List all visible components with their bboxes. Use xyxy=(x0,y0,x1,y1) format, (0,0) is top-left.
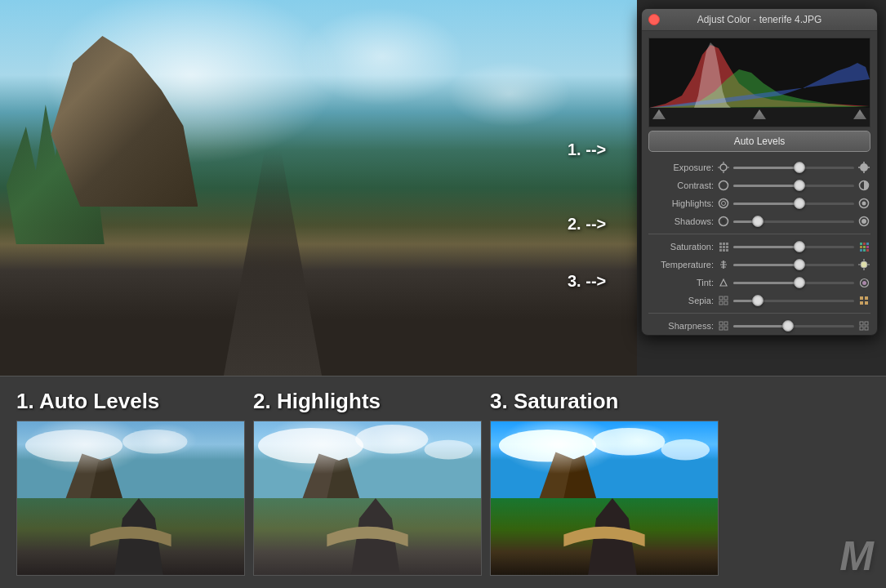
shadows-min-icon xyxy=(717,215,730,228)
saturation-thumb[interactable] xyxy=(794,241,805,252)
svg-rect-26 xyxy=(726,246,728,248)
contrast-max-icon xyxy=(857,179,870,192)
svg-rect-52 xyxy=(719,301,723,305)
histogram-canvas xyxy=(649,38,870,108)
svg-rect-29 xyxy=(726,249,728,252)
highlights-thumb[interactable] xyxy=(794,198,805,209)
saturation-track[interactable] xyxy=(733,246,854,248)
svg-rect-50 xyxy=(719,296,723,300)
thumbnail-2-image xyxy=(253,421,482,576)
sepia-track[interactable] xyxy=(733,300,854,302)
annotation-2: 2. --> xyxy=(568,215,606,234)
svg-point-71 xyxy=(258,428,363,464)
histogram-area xyxy=(648,38,870,127)
svg-rect-38 xyxy=(866,249,869,252)
temperature-thumb[interactable] xyxy=(794,259,805,270)
svg-rect-55 xyxy=(865,296,868,300)
svg-rect-74 xyxy=(254,498,481,575)
svg-point-77 xyxy=(592,428,665,456)
highlights-label: Highlights: xyxy=(648,198,714,208)
svg-rect-33 xyxy=(860,246,862,248)
svg-point-1 xyxy=(720,164,727,171)
sharpness-thumb[interactable] xyxy=(782,320,794,332)
histogram-mid-point[interactable] xyxy=(753,109,766,119)
svg-rect-28 xyxy=(723,249,725,252)
main-photo xyxy=(0,0,637,376)
temperature-track[interactable] xyxy=(733,264,854,266)
thumbnail-3-label: 3. Saturation xyxy=(490,389,618,414)
tint-min-icon xyxy=(717,276,730,289)
svg-rect-64 xyxy=(860,327,863,330)
sepia-max-icon xyxy=(857,294,870,307)
shadows-max-icon xyxy=(857,215,870,228)
road-overlay xyxy=(191,150,354,376)
adjust-color-panel: Adjust Color - tenerife 4.JPG A xyxy=(641,8,878,336)
highlights-track[interactable] xyxy=(733,203,854,205)
svg-rect-22 xyxy=(723,243,725,245)
exposure-min-icon xyxy=(717,161,730,174)
close-button[interactable] xyxy=(648,14,660,25)
svg-rect-58 xyxy=(719,322,723,325)
exposure-row: Exposure: xyxy=(642,158,877,176)
svg-rect-59 xyxy=(724,322,728,325)
tint-thumb[interactable] xyxy=(794,277,805,288)
svg-rect-34 xyxy=(863,246,866,248)
auto-levels-button[interactable]: Auto Levels xyxy=(648,131,870,152)
svg-point-6 xyxy=(860,163,868,172)
thumb-3-svg xyxy=(491,421,718,575)
divider-2 xyxy=(648,313,870,314)
exposure-fill xyxy=(733,167,799,169)
svg-rect-37 xyxy=(863,249,866,252)
sepia-label: Sepia: xyxy=(648,296,714,305)
svg-point-14 xyxy=(722,202,726,206)
svg-point-49 xyxy=(862,281,866,285)
exposure-max-icon xyxy=(857,161,870,174)
shadows-thumb[interactable] xyxy=(752,216,764,227)
thumbnail-3-image xyxy=(490,421,719,576)
contrast-min-icon xyxy=(717,179,730,192)
contrast-label: Contrast: xyxy=(648,180,714,190)
bottom-panel-inner: 1. Auto Levels xyxy=(0,376,886,588)
thumb-2-svg xyxy=(254,421,481,575)
contrast-track[interactable] xyxy=(733,185,854,187)
exposure-label: Exposure: xyxy=(648,163,714,172)
highlights-row: Highlights: xyxy=(642,194,877,212)
svg-rect-51 xyxy=(724,296,728,300)
saturation-max-icon xyxy=(857,240,870,253)
temperature-max-icon xyxy=(857,258,870,271)
contrast-fill xyxy=(733,185,799,187)
shadows-track[interactable] xyxy=(733,220,854,223)
svg-rect-30 xyxy=(860,243,862,245)
tint-max-icon xyxy=(857,276,870,289)
temperature-fill xyxy=(733,264,799,266)
saturation-label: Saturation: xyxy=(648,242,714,252)
svg-rect-75 xyxy=(491,421,718,498)
temperature-label: Temperature: xyxy=(648,260,714,270)
sepia-thumb[interactable] xyxy=(752,295,764,306)
thumb-1-svg xyxy=(17,421,244,575)
contrast-thumb[interactable] xyxy=(794,180,805,191)
exposure-track[interactable] xyxy=(733,167,854,169)
sharpness-max-icon xyxy=(857,319,870,332)
svg-rect-54 xyxy=(860,296,863,300)
svg-rect-36 xyxy=(860,249,862,252)
svg-rect-53 xyxy=(724,301,728,305)
saturation-fill xyxy=(733,246,799,248)
svg-rect-60 xyxy=(719,327,723,330)
svg-point-16 xyxy=(862,202,866,206)
histogram-svg xyxy=(649,38,870,108)
histogram-black-point[interactable] xyxy=(652,109,666,119)
svg-rect-25 xyxy=(723,246,725,248)
tint-label: Tint: xyxy=(648,278,714,287)
sepia-min-icon xyxy=(717,294,730,307)
svg-rect-65 xyxy=(865,327,868,330)
tint-track[interactable] xyxy=(733,282,854,284)
svg-rect-66 xyxy=(17,421,244,498)
exposure-thumb[interactable] xyxy=(794,162,805,173)
sharpness-track[interactable] xyxy=(733,325,854,327)
temperature-row: Temperature: xyxy=(642,256,877,274)
svg-rect-62 xyxy=(860,322,863,325)
histogram-white-point[interactable] xyxy=(853,109,866,119)
svg-rect-32 xyxy=(866,243,869,245)
svg-point-78 xyxy=(661,439,710,461)
